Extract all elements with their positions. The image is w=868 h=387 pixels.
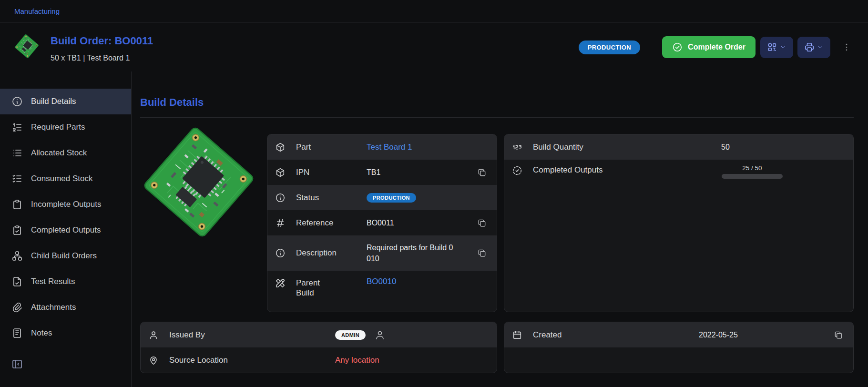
sidebar-item-label: Incomplete Outputs — [31, 200, 101, 209]
sidebar-item-notes[interactable]: Notes — [0, 320, 131, 346]
list-icon — [11, 147, 23, 159]
page-header: Build Order: BO0011 50 x TB1 | Test Boar… — [0, 23, 868, 71]
part-link[interactable]: Test Board 1 — [367, 143, 412, 152]
sidebar-item-child-build-orders[interactable]: Child Build Orders — [0, 243, 131, 269]
created-value: 2022-05-25 — [699, 331, 738, 339]
breadcrumb-manufacturing-link[interactable]: Manufacturing — [14, 7, 60, 15]
sidebar-item-label: Notes — [31, 328, 52, 338]
section-title: Build Details — [140, 96, 854, 109]
info-circle-icon — [275, 193, 287, 203]
detail-row-created: Created 2022-05-25 — [504, 322, 853, 347]
complete-order-button[interactable]: Complete Order — [662, 36, 756, 58]
detail-row-description: Description Required parts for Build 001… — [267, 235, 497, 271]
sidebar-item-allocated-stock[interactable]: Allocated Stock — [0, 140, 131, 166]
header-actions: PRODUCTION Complete Order — [579, 36, 854, 58]
status-value-badge: PRODUCTION — [367, 193, 416, 203]
sidebar-item-test-results[interactable]: Test Results — [0, 269, 131, 295]
part-image[interactable] — [140, 134, 257, 312]
map-pin-icon — [148, 355, 161, 366]
issued-card: Issued By ADMIN Source Location Any loca… — [140, 322, 497, 373]
sidebar-item-incomplete-outputs[interactable]: Incomplete Outputs — [0, 192, 131, 217]
user-icon — [148, 330, 161, 340]
copy-icon — [477, 168, 487, 177]
detail-row-parent-build: Parent Build BO0010 — [267, 271, 497, 312]
build-quantity-value: 50 — [721, 143, 730, 152]
description-label: Description — [296, 248, 367, 258]
hash-icon — [275, 218, 287, 228]
sidebar-item-label: Child Build Orders — [31, 251, 97, 261]
issued-by-badge: ADMIN — [335, 330, 366, 340]
sidebar-item-label: Test Results — [31, 277, 75, 286]
sidebar-item-label: Consumed Stock — [31, 174, 92, 183]
section-divider — [140, 117, 854, 118]
detail-row-completed-outputs: Completed Outputs 25 / 50 — [504, 160, 853, 186]
dots-vertical-icon — [842, 42, 851, 52]
complete-order-label: Complete Order — [688, 43, 745, 51]
sidebar-item-label: Completed Outputs — [31, 225, 101, 235]
sidebar-item-label: Build Details — [31, 97, 76, 106]
source-location-value: Any location — [335, 356, 379, 365]
detail-row-build-quantity: Build Quantity 50 — [504, 134, 853, 160]
info-circle-icon — [11, 96, 23, 107]
sidebar-item-completed-outputs[interactable]: Completed Outputs — [0, 217, 131, 243]
progress-check-icon — [512, 165, 524, 176]
clipboard-icon — [11, 199, 23, 210]
numbers-123-icon — [512, 142, 524, 153]
detail-row-ipn: IPN TB1 — [267, 160, 497, 185]
copy-icon — [834, 330, 843, 340]
sidebar-item-attachments[interactable]: Attachments — [0, 295, 131, 320]
build-details-card: Part Test Board 1 IPN TB1 — [267, 134, 497, 312]
circle-check-icon — [672, 42, 683, 52]
printer-icon — [804, 42, 815, 52]
reference-value: BO0011 — [367, 219, 394, 227]
chevron-down-icon — [780, 44, 786, 51]
avatar-user-icon — [374, 329, 386, 341]
completed-outputs-progress: 25 / 50 — [721, 163, 783, 179]
main-panel: Build Details Part Test Board 1 — [132, 71, 868, 387]
parent-build-label: Parent Build — [296, 278, 367, 298]
ipn-value: TB1 — [367, 168, 380, 177]
tools-icon — [275, 278, 287, 288]
paperclip-icon — [11, 302, 23, 313]
copy-reference-button[interactable] — [475, 216, 489, 230]
copy-ipn-button[interactable] — [475, 165, 489, 180]
package-icon — [275, 167, 287, 178]
sidebar-collapse-button[interactable] — [11, 357, 25, 371]
copy-icon — [477, 218, 487, 228]
print-actions-button[interactable] — [797, 37, 830, 58]
pcb-thumbnail-image — [14, 33, 40, 59]
sidebar-item-build-details[interactable]: Build Details — [0, 89, 131, 114]
info-circle-icon — [275, 248, 287, 258]
issued-by-label: Issued By — [169, 330, 335, 340]
sidebar-item-required-parts[interactable]: Required Parts — [0, 114, 131, 140]
created-label: Created — [533, 330, 699, 340]
completed-outputs-label: Completed Outputs — [533, 165, 721, 175]
copy-description-button[interactable] — [475, 246, 489, 260]
breadcrumb: Manufacturing — [0, 0, 868, 23]
created-card: Created 2022-05-25 — [504, 322, 854, 373]
more-actions-button[interactable] — [839, 38, 854, 57]
ipn-label: IPN — [296, 167, 367, 177]
status-label: Status — [296, 193, 367, 203]
source-location-label: Source Location — [169, 356, 335, 365]
page-subtitle: 50 x TB1 | Test Board 1 — [51, 54, 153, 62]
list-numbers-icon — [11, 122, 23, 133]
sidebar-collapse-icon — [11, 358, 25, 370]
qrcode-icon — [767, 42, 777, 52]
file-check-icon — [11, 276, 23, 287]
barcode-actions-button[interactable] — [760, 37, 793, 58]
sidebar-item-consumed-stock[interactable]: Consumed Stock — [0, 166, 131, 192]
build-quantity-label: Build Quantity — [533, 143, 721, 152]
notes-icon — [11, 327, 23, 339]
sidebar-item-label: Allocated Stock — [31, 148, 87, 158]
title-block: Build Order: BO0011 50 x TB1 | Test Boar… — [51, 32, 153, 62]
sitemap-icon — [11, 250, 23, 262]
parent-build-link[interactable]: BO0010 — [367, 277, 396, 286]
progress-track — [722, 174, 783, 179]
detail-row-part: Part Test Board 1 — [267, 134, 497, 160]
copy-created-button[interactable] — [831, 328, 846, 342]
detail-row-reference: Reference BO0011 — [267, 210, 497, 235]
clipboard-check-icon — [11, 224, 23, 236]
progress-text: 25 / 50 — [742, 164, 762, 172]
build-thumbnail[interactable] — [13, 33, 40, 60]
